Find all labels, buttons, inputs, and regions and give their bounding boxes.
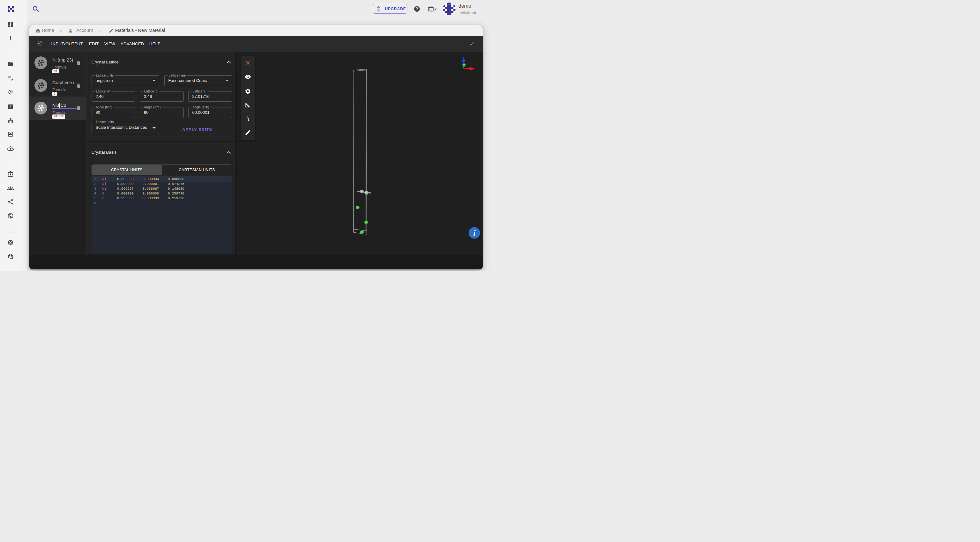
svg-text:i: i [473,228,475,237]
